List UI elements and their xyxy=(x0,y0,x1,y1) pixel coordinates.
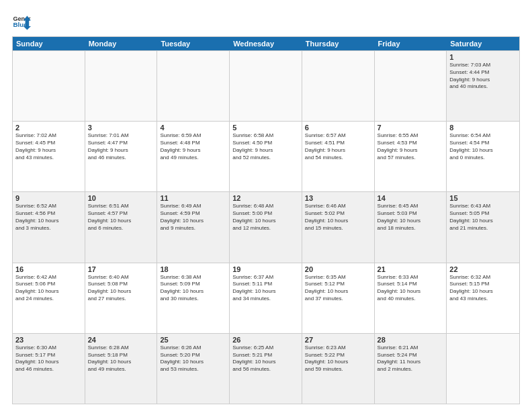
header-day-wednesday: Wednesday xyxy=(230,37,302,50)
day-info: Sunrise: 6:21 AM Sunset: 5:24 PM Dayligh… xyxy=(378,345,444,373)
calendar-cell: 13Sunrise: 6:46 AM Sunset: 5:02 PM Dayli… xyxy=(302,192,375,262)
day-info: Sunrise: 6:48 AM Sunset: 5:00 PM Dayligh… xyxy=(232,203,299,232)
calendar-row-4: 16Sunrise: 6:42 AM Sunset: 5:06 PM Dayli… xyxy=(13,263,519,333)
calendar-body: 1Sunrise: 7:03 AM Sunset: 4:44 PM Daylig… xyxy=(13,50,519,404)
day-info: Sunrise: 6:49 AM Sunset: 4:59 PM Dayligh… xyxy=(160,203,226,232)
day-info: Sunrise: 6:45 AM Sunset: 5:03 PM Dayligh… xyxy=(378,203,444,232)
day-info: Sunrise: 6:55 AM Sunset: 4:53 PM Dayligh… xyxy=(378,132,444,161)
day-info: Sunrise: 6:35 AM Sunset: 5:12 PM Dayligh… xyxy=(305,274,371,303)
day-info: Sunrise: 6:37 AM Sunset: 5:11 PM Dayligh… xyxy=(232,274,299,303)
day-number: 4 xyxy=(160,124,226,132)
calendar-cell: 1Sunrise: 7:03 AM Sunset: 4:44 PM Daylig… xyxy=(447,51,519,121)
day-number: 6 xyxy=(305,124,371,132)
calendar-cell xyxy=(85,51,158,121)
calendar-cell: 27Sunrise: 6:23 AM Sunset: 5:22 PM Dayli… xyxy=(302,334,375,404)
calendar-cell: 7Sunrise: 6:55 AM Sunset: 4:53 PM Daylig… xyxy=(375,122,447,191)
day-number: 5 xyxy=(232,124,299,132)
day-info: Sunrise: 6:59 AM Sunset: 4:48 PM Dayligh… xyxy=(160,132,226,161)
day-number: 9 xyxy=(15,194,82,202)
day-info: Sunrise: 6:30 AM Sunset: 5:17 PM Dayligh… xyxy=(15,345,82,373)
header-day-sunday: Sunday xyxy=(13,37,85,50)
header-day-thursday: Thursday xyxy=(302,37,375,50)
header-day-friday: Friday xyxy=(375,37,447,50)
calendar-cell xyxy=(375,51,447,121)
calendar-cell: 23Sunrise: 6:30 AM Sunset: 5:17 PM Dayli… xyxy=(13,334,85,404)
calendar-cell: 21Sunrise: 6:33 AM Sunset: 5:14 PM Dayli… xyxy=(375,263,447,333)
calendar-cell: 15Sunrise: 6:43 AM Sunset: 5:05 PM Dayli… xyxy=(447,192,519,262)
day-info: Sunrise: 6:51 AM Sunset: 4:57 PM Dayligh… xyxy=(88,203,154,232)
day-number: 14 xyxy=(378,194,444,202)
calendar-cell: 28Sunrise: 6:21 AM Sunset: 5:24 PM Dayli… xyxy=(375,334,447,404)
header: General Blue xyxy=(12,12,520,31)
calendar-cell: 10Sunrise: 6:51 AM Sunset: 4:57 PM Dayli… xyxy=(85,192,158,262)
calendar-cell: 14Sunrise: 6:45 AM Sunset: 5:03 PM Dayli… xyxy=(375,192,447,262)
day-info: Sunrise: 7:01 AM Sunset: 4:47 PM Dayligh… xyxy=(88,132,154,161)
day-number: 2 xyxy=(15,124,82,132)
day-info: Sunrise: 6:25 AM Sunset: 5:21 PM Dayligh… xyxy=(232,345,299,373)
calendar-cell xyxy=(13,51,85,121)
day-info: Sunrise: 6:32 AM Sunset: 5:15 PM Dayligh… xyxy=(449,274,517,303)
day-number: 28 xyxy=(378,336,444,344)
logo-icon: General Blue xyxy=(12,12,31,31)
calendar-cell: 12Sunrise: 6:48 AM Sunset: 5:00 PM Dayli… xyxy=(230,192,302,262)
calendar-cell: 20Sunrise: 6:35 AM Sunset: 5:12 PM Dayli… xyxy=(302,263,375,333)
day-number: 8 xyxy=(449,124,517,132)
day-info: Sunrise: 6:43 AM Sunset: 5:05 PM Dayligh… xyxy=(449,203,517,232)
calendar-cell: 25Sunrise: 6:26 AM Sunset: 5:20 PM Dayli… xyxy=(157,334,230,404)
day-number: 10 xyxy=(88,194,154,202)
calendar-cell: 26Sunrise: 6:25 AM Sunset: 5:21 PM Dayli… xyxy=(230,334,302,404)
calendar-row-2: 2Sunrise: 7:02 AM Sunset: 4:45 PM Daylig… xyxy=(13,121,519,191)
calendar-cell: 17Sunrise: 6:40 AM Sunset: 5:08 PM Dayli… xyxy=(85,263,158,333)
calendar-cell: 6Sunrise: 6:57 AM Sunset: 4:51 PM Daylig… xyxy=(302,122,375,191)
calendar-cell xyxy=(157,51,230,121)
header-day-monday: Monday xyxy=(85,37,158,50)
day-number: 15 xyxy=(449,194,517,202)
day-number: 19 xyxy=(232,265,299,273)
calendar-cell xyxy=(302,51,375,121)
calendar-row-5: 23Sunrise: 6:30 AM Sunset: 5:17 PM Dayli… xyxy=(13,333,519,404)
calendar-cell xyxy=(230,51,302,121)
day-number: 3 xyxy=(88,124,154,132)
page: General Blue SundayMondayTuesdayWednesda… xyxy=(0,0,532,411)
day-info: Sunrise: 6:57 AM Sunset: 4:51 PM Dayligh… xyxy=(305,132,371,161)
calendar-cell: 8Sunrise: 6:54 AM Sunset: 4:54 PM Daylig… xyxy=(447,122,519,191)
calendar-cell: 11Sunrise: 6:49 AM Sunset: 4:59 PM Dayli… xyxy=(157,192,230,262)
calendar-cell: 5Sunrise: 6:58 AM Sunset: 4:50 PM Daylig… xyxy=(230,122,302,191)
calendar-cell: 2Sunrise: 7:02 AM Sunset: 4:45 PM Daylig… xyxy=(13,122,85,191)
calendar-row-1: 1Sunrise: 7:03 AM Sunset: 4:44 PM Daylig… xyxy=(13,50,519,121)
header-day-saturday: Saturday xyxy=(447,37,519,50)
calendar-cell: 4Sunrise: 6:59 AM Sunset: 4:48 PM Daylig… xyxy=(157,122,230,191)
day-info: Sunrise: 6:28 AM Sunset: 5:18 PM Dayligh… xyxy=(88,345,154,373)
day-info: Sunrise: 6:23 AM Sunset: 5:22 PM Dayligh… xyxy=(305,345,371,373)
calendar-header: SundayMondayTuesdayWednesdayThursdayFrid… xyxy=(13,37,519,50)
calendar: SundayMondayTuesdayWednesdayThursdayFrid… xyxy=(12,36,520,404)
calendar-cell: 22Sunrise: 6:32 AM Sunset: 5:15 PM Dayli… xyxy=(447,263,519,333)
calendar-cell: 9Sunrise: 6:52 AM Sunset: 4:56 PM Daylig… xyxy=(13,192,85,262)
calendar-row-3: 9Sunrise: 6:52 AM Sunset: 4:56 PM Daylig… xyxy=(13,191,519,262)
day-info: Sunrise: 6:38 AM Sunset: 5:09 PM Dayligh… xyxy=(160,274,226,303)
day-number: 11 xyxy=(160,194,226,202)
calendar-cell: 3Sunrise: 7:01 AM Sunset: 4:47 PM Daylig… xyxy=(85,122,158,191)
day-number: 25 xyxy=(160,336,226,344)
day-number: 16 xyxy=(15,265,82,273)
day-number: 18 xyxy=(160,265,226,273)
day-number: 27 xyxy=(305,336,371,344)
calendar-cell: 18Sunrise: 6:38 AM Sunset: 5:09 PM Dayli… xyxy=(157,263,230,333)
day-number: 12 xyxy=(232,194,299,202)
day-number: 24 xyxy=(88,336,154,344)
day-number: 23 xyxy=(15,336,82,344)
day-number: 1 xyxy=(449,53,517,61)
calendar-cell: 24Sunrise: 6:28 AM Sunset: 5:18 PM Dayli… xyxy=(85,334,158,404)
logo: General Blue xyxy=(12,12,31,31)
day-number: 13 xyxy=(305,194,371,202)
day-number: 21 xyxy=(378,265,444,273)
calendar-cell: 16Sunrise: 6:42 AM Sunset: 5:06 PM Dayli… xyxy=(13,263,85,333)
calendar-cell: 19Sunrise: 6:37 AM Sunset: 5:11 PM Dayli… xyxy=(230,263,302,333)
day-info: Sunrise: 6:52 AM Sunset: 4:56 PM Dayligh… xyxy=(15,203,82,232)
day-info: Sunrise: 7:02 AM Sunset: 4:45 PM Dayligh… xyxy=(15,132,82,161)
header-day-tuesday: Tuesday xyxy=(157,37,230,50)
day-info: Sunrise: 6:54 AM Sunset: 4:54 PM Dayligh… xyxy=(449,132,517,161)
day-number: 26 xyxy=(232,336,299,344)
day-info: Sunrise: 6:40 AM Sunset: 5:08 PM Dayligh… xyxy=(88,274,154,303)
day-number: 17 xyxy=(88,265,154,273)
